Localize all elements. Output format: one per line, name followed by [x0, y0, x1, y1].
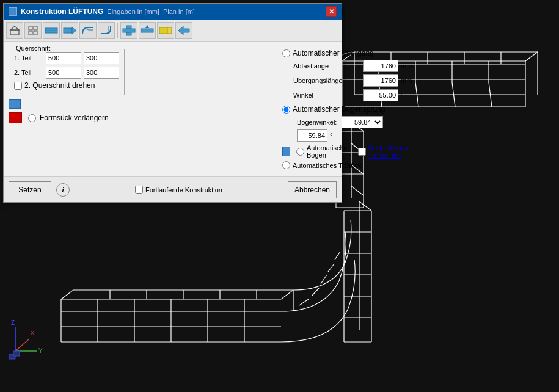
toolbar-duct-straight-button[interactable]: [43, 22, 60, 39]
svg-rect-98: [167, 27, 172, 34]
t-stueck-row: Automatisches T-Stück: [282, 161, 414, 169]
bogen-row: Automatischer Bogen Doppelbogen 45° bei …: [282, 144, 414, 159]
auto-bogen-label: Automatischer Bogen: [307, 144, 349, 159]
teil1-row: 1. Teil: [14, 52, 119, 64]
bogensprung-radio[interactable]: [282, 106, 290, 114]
svg-rect-90: [64, 28, 72, 33]
bogenwinkel-select[interactable]: 59.84: [342, 116, 383, 128]
uebergang-radio-row: Automatischer Übergang: [282, 49, 414, 57]
svg-text:Z: Z: [11, 319, 15, 326]
abtastlaenge-unit: mm: [401, 62, 414, 70]
plan-in-label: Plan in [m]: [163, 8, 195, 15]
toolbar-home-button[interactable]: [6, 22, 23, 39]
svg-rect-82: [10, 30, 19, 35]
svg-rect-93: [123, 29, 135, 32]
svg-text:Y: Y: [38, 347, 43, 354]
svg-rect-86: [29, 31, 32, 35]
toolbar-duct-cross-button[interactable]: [120, 22, 137, 39]
bogensprung-label: Automatischer Bogensprung: [293, 105, 385, 114]
svg-rect-84: [29, 26, 32, 30]
formstueck-row: Formsück verlängern: [9, 112, 125, 123]
toolbar-grid-button[interactable]: [24, 22, 42, 39]
right-panel: Automatischer Übergang Abtastlänge mm Üb…: [282, 49, 414, 172]
teil2-height-input[interactable]: [84, 67, 119, 79]
bogenwinkel-row: Bogenwinkel: 59.84: [282, 116, 414, 128]
uebergang-label: Automatischer Übergang: [293, 49, 374, 57]
svg-rect-87: [34, 31, 37, 35]
drehen-row: 2. Querschnitt drehen: [14, 81, 119, 90]
uebergang-radio[interactable]: [282, 49, 290, 57]
querschnitt-group: Querschnitt 1. Teil 2. Teil 2. Querschni…: [9, 49, 125, 95]
abbrechen-button[interactable]: Abbrechen: [288, 181, 337, 198]
left-panel: Querschnitt 1. Teil 2. Teil 2. Querschni…: [9, 49, 125, 127]
edit-icon-btn[interactable]: [9, 99, 21, 109]
svg-line-15: [525, 52, 538, 61]
svg-rect-94: [141, 29, 153, 32]
content-row: Querschnitt 1. Teil 2. Teil 2. Querschni…: [9, 49, 337, 172]
dialog-title: Konstruktion LÜFTUNG: [21, 7, 103, 16]
close-button[interactable]: ✕: [326, 6, 337, 17]
auto-bogen-radio[interactable]: [296, 148, 304, 156]
app-icon: [9, 7, 17, 16]
svg-line-45: [61, 290, 73, 299]
setzen-button[interactable]: Setzen: [9, 181, 51, 198]
doppelbogen-checkbox[interactable]: [358, 148, 366, 156]
svg-rect-81: [13, 351, 20, 356]
uebergangslaenge-input[interactable]: [363, 74, 398, 87]
svg-line-68: [359, 201, 371, 211]
svg-marker-99: [178, 26, 189, 35]
toolbar-sep1: [117, 23, 118, 38]
uebergangslaenge-label: Übergangslänge: [293, 77, 360, 84]
winkel-unit: °: [401, 92, 414, 99]
svg-line-37: [351, 186, 364, 195]
teil1-label: 1. Teil: [14, 54, 43, 62]
teil2-label: 2. Teil: [14, 69, 43, 76]
drehen-checkbox[interactable]: [14, 82, 22, 90]
toolbar: [4, 20, 342, 42]
dialog-footer: Setzen i Fortlaufende Konstruktion Abbre…: [4, 176, 342, 202]
t-stueck-label: Automatisches T-Stück: [293, 162, 361, 169]
bogenwinkel-extra-input[interactable]: [297, 129, 327, 142]
svg-line-76: [15, 339, 29, 351]
doppelbogen-label: Doppelbogen 45° bei 90°: [368, 144, 414, 159]
fortlaufend-label: Fortlaufende Konstruktion: [145, 186, 222, 194]
toolbar-duct-bend-button[interactable]: [79, 22, 97, 39]
svg-marker-91: [72, 27, 76, 34]
toolbar-duct-yellow-button[interactable]: [157, 22, 174, 39]
toolbar-duct-flag-button[interactable]: [61, 22, 78, 39]
svg-rect-85: [34, 26, 37, 30]
fortlaufend-checkbox[interactable]: [135, 186, 143, 194]
formstueck-label: Formsück verlängern: [40, 114, 109, 122]
formstueck-radio[interactable]: [28, 114, 36, 122]
bogenwinkel-extra-row: °: [282, 129, 414, 142]
bogensprung-radio-row: Automatischer Bogensprung: [282, 105, 414, 114]
toolbar-duct-elbow-button[interactable]: [98, 22, 115, 39]
toolbar-duct-end-button[interactable]: [175, 22, 192, 39]
teil1-height-input[interactable]: [84, 52, 119, 64]
svg-marker-83: [10, 26, 19, 30]
dialog-body: Querschnitt 1. Teil 2. Teil 2. Querschni…: [4, 42, 342, 176]
teil2-row: 2. Teil: [14, 67, 119, 79]
dialog-titlebar: Konstruktion LÜFTUNG Eingaben in [mm] Pl…: [4, 4, 342, 20]
svg-line-61: [328, 264, 334, 272]
toolbar-duct-flag2-button[interactable]: [139, 22, 156, 39]
svg-text:X: X: [31, 330, 34, 336]
winkel-input[interactable]: [363, 89, 398, 101]
bogen-icon-btn[interactable]: [282, 147, 290, 156]
teil1-width-input[interactable]: [46, 52, 81, 64]
uebergangslaenge-unit: mm: [401, 77, 414, 84]
bogenwinkel-extra-unit: °: [330, 132, 332, 139]
svg-line-58: [299, 299, 309, 305]
dialog-window: Konstruktion LÜFTUNG Eingaben in [mm] Pl…: [3, 3, 342, 203]
red-block-icon: [9, 112, 22, 123]
fortlaufend-row: Fortlaufende Konstruktion: [75, 186, 283, 194]
t-stueck-radio[interactable]: [282, 161, 290, 169]
bogenwinkel-label: Bogenwinkel:: [297, 118, 337, 126]
svg-line-62: [335, 252, 340, 260]
abtastlaenge-input[interactable]: [363, 60, 398, 72]
svg-line-59: [312, 288, 319, 296]
teil2-width-input[interactable]: [46, 67, 81, 79]
info-button[interactable]: i: [56, 183, 70, 197]
titlebar-left: Konstruktion LÜFTUNG Eingaben in [mm] Pl…: [9, 7, 195, 16]
drehen-label: 2. Querschnitt drehen: [24, 81, 95, 90]
